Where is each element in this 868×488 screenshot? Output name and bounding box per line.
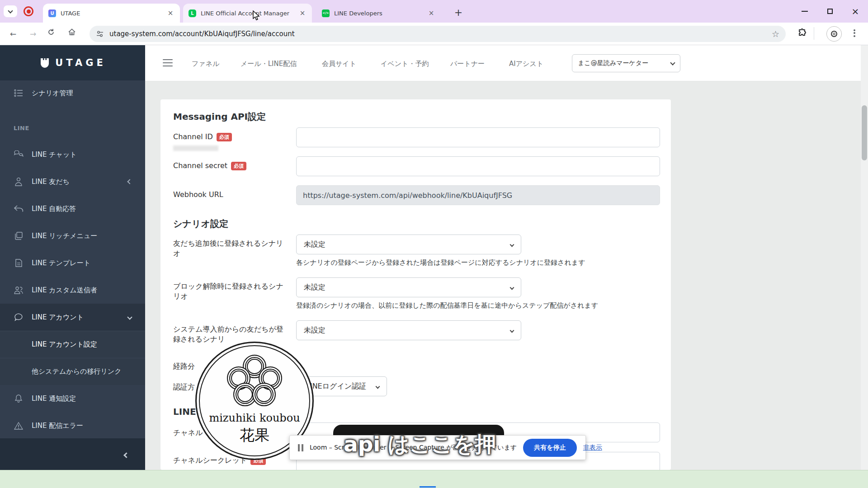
sidebar-item-line-notification[interactable]: LINE 通知設定: [0, 385, 145, 412]
scrollbar-thumb[interactable]: [862, 105, 867, 160]
bookmark-star-icon[interactable]: ☆: [772, 29, 779, 39]
webhook-url-label: Webhook URL: [173, 190, 223, 200]
browser-menu-icon[interactable]: [854, 28, 855, 38]
sidebar-item-label: LINE 配信エラー: [32, 422, 83, 430]
profile-avatar[interactable]: [826, 26, 842, 42]
channel-secret-input[interactable]: [296, 156, 660, 176]
sidebar-item-line-richmenu[interactable]: LINE リッチメニュー: [0, 222, 145, 249]
auth-method-label: 認証方: [173, 382, 195, 392]
scenario-unblock-select[interactable]: 未設定: [296, 277, 521, 297]
users-icon: [14, 286, 24, 295]
utage-logo-icon: [39, 57, 51, 69]
scenario-after-add-help: 各シナリオの登録ページから登録された場合は登録ページに対応するシナリオに登録され…: [296, 258, 585, 267]
document-icon: [14, 258, 24, 267]
account-selector[interactable]: まこ@星読みマーケター: [572, 54, 680, 72]
channel-label: チャネル: [173, 428, 203, 438]
tab-title: LINE Developers: [334, 10, 382, 17]
sidebar-item-line-template[interactable]: LINE テンプレート: [0, 249, 145, 277]
scenario-preexisting-label: システム導入前からの友だちが登録されるシナリ: [173, 324, 288, 345]
video-caption: api はここを押: [344, 430, 533, 459]
mouse-cursor: [251, 10, 261, 21]
minimize-button[interactable]: [792, 0, 817, 23]
nav-ai-assist[interactable]: AIアシスト: [509, 60, 543, 68]
account-name: まこ@星読みマーケター: [578, 59, 648, 67]
route-analysis-label: 経路分: [173, 361, 195, 371]
list-icon: [14, 89, 24, 97]
sidebar-item-label: LINE 友だち: [32, 178, 70, 186]
nav-funnel[interactable]: ファネル: [192, 60, 219, 68]
speech-bubble-icon: [14, 313, 24, 322]
address-bar[interactable]: utage-system.com/account/KbUAiqufJFSG/li…: [90, 26, 786, 42]
sidebar-item-label: LINE リッチメニュー: [32, 232, 97, 240]
sidebar-item-label: LINE カスタム送信者: [32, 286, 97, 295]
sidebar-item-line-chat[interactable]: LINE チャット: [0, 141, 145, 168]
forward-icon[interactable]: →: [27, 28, 39, 40]
reply-icon: [14, 205, 24, 213]
sidebar-item-line-account-settings[interactable]: LINE アカウント設定: [0, 331, 145, 358]
channel-secret-label: Channel secret 必須: [173, 161, 246, 171]
sidebar-item-line-autoreply[interactable]: LINE 自動応答: [0, 195, 145, 222]
sidebar-brand-text: UTAGE: [55, 57, 106, 68]
required-badge: 必須: [217, 133, 232, 141]
sidebar-item-label: LINE アカウント: [32, 313, 84, 322]
extensions-icon[interactable]: [797, 28, 807, 39]
sidebar-item-line-account[interactable]: LINE アカウント: [0, 304, 145, 331]
sidebar-collapse-button[interactable]: [124, 450, 135, 460]
chevron-down-icon: [670, 60, 675, 65]
line-dev-favicon: </>: [322, 9, 330, 17]
nav-membersite[interactable]: 会員サイト: [322, 60, 356, 68]
scenario-unblock-label: ブロック解除時に登録されるシナリオ: [173, 282, 288, 302]
tab-close-icon[interactable]: ×: [427, 9, 435, 17]
warning-icon: [14, 422, 24, 430]
section-title-line-login: LINE: [173, 406, 196, 417]
sidebar-item-label: シナリオ管理: [32, 89, 73, 98]
sidebar-item-label: LINE テンプレート: [32, 259, 90, 267]
nav-event[interactable]: イベント・予約: [381, 60, 429, 68]
sidebar-item-label: LINE 自動応答: [32, 205, 76, 213]
sidebar-item-line-customsender[interactable]: LINE カスタム送信者: [0, 277, 145, 304]
tab-search-button[interactable]: [4, 5, 17, 17]
mizuhiki-knot-icon: [225, 355, 284, 410]
site-settings-icon[interactable]: [96, 30, 104, 38]
sidebar-item-label: LINE 通知設定: [32, 394, 76, 403]
tab-close-icon[interactable]: ×: [298, 9, 307, 17]
sidebar-item-scenario[interactable]: シナリオ管理: [0, 80, 145, 106]
scenario-unblock-help: 登録済のシナリオの場合、以前に登録した際の配信基準日を基に途中からステップ配信が…: [296, 301, 598, 310]
sidebar-item-migration-link[interactable]: 他システムからの移行リンク: [0, 358, 145, 385]
channel-id-label: Channel ID 必須: [173, 132, 232, 142]
tab-title: LINE Official Account Manager: [201, 10, 289, 17]
new-tab-button[interactable]: +: [452, 7, 465, 19]
pause-icon: [298, 444, 303, 451]
reload-icon[interactable]: [47, 28, 59, 40]
scenario-after-add-select[interactable]: 未設定: [296, 235, 521, 254]
line-oa-favicon: L: [189, 9, 196, 17]
channel-id-input[interactable]: [296, 127, 660, 147]
webhook-url-value: https://utage-system.com/api/webhook/lin…: [296, 185, 660, 205]
home-icon[interactable]: [68, 28, 80, 40]
scenario-preexisting-select[interactable]: 未設定: [296, 320, 521, 340]
tab-line-developers[interactable]: </> LINE Developers ×: [316, 4, 441, 23]
sidebar-logo[interactable]: UTAGE: [0, 45, 145, 80]
utage-favicon: U: [48, 9, 56, 17]
back-icon[interactable]: ←: [7, 28, 19, 40]
toolbar-divider: [814, 27, 814, 40]
sidebar-item-line-delivery-error[interactable]: LINE 配信エラー: [0, 412, 145, 439]
tab-close-icon[interactable]: ×: [166, 9, 175, 17]
sidebar-item-label: LINE アカウント設定: [32, 340, 97, 349]
tab-utage[interactable]: U UTAGE ×: [43, 4, 180, 23]
nav-partner[interactable]: パートナー: [450, 60, 485, 68]
recording-indicator-icon: [24, 6, 33, 16]
url-text[interactable]: utage-system.com/account/KbUAiqufJFSG/li…: [109, 30, 295, 38]
restore-button[interactable]: [817, 0, 843, 23]
nav-mail-line[interactable]: メール・LINE配信: [241, 60, 297, 68]
close-window-button[interactable]: ×: [843, 0, 868, 23]
tab-line-oa-manager[interactable]: L LINE Official Account Manager ×: [183, 4, 312, 23]
bell-icon: [14, 394, 24, 403]
watermark-text: mizuhiki koubou: [209, 412, 300, 424]
layers-icon: [14, 231, 24, 240]
hamburger-menu-icon[interactable]: [163, 57, 173, 69]
sidebar-item-label: LINE チャット: [32, 150, 77, 159]
sidebar-item-label: 他システムからの移行リンク: [32, 367, 122, 376]
hide-link[interactable]: 非表示: [583, 444, 602, 452]
sidebar-item-line-friends[interactable]: LINE 友だち: [0, 168, 145, 195]
